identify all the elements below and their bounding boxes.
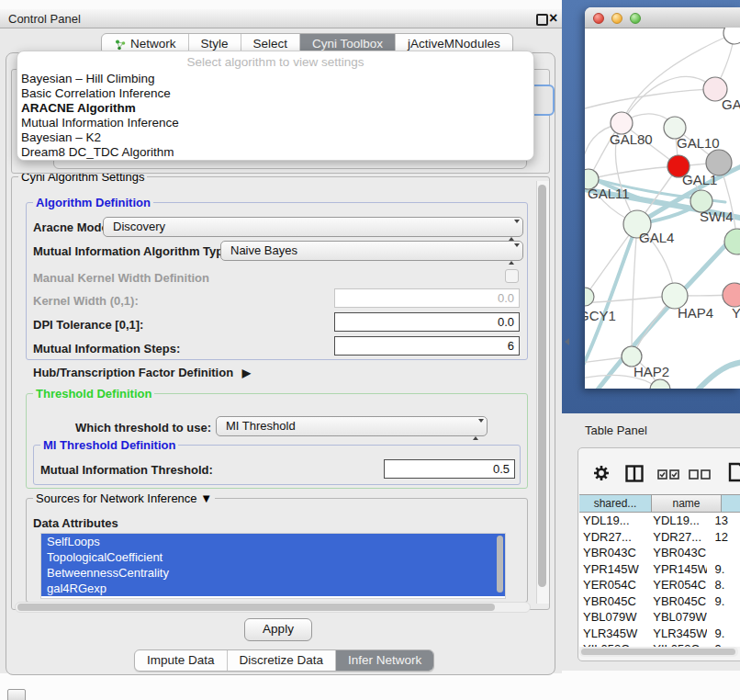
table-cell: 8. [707, 577, 740, 593]
aracne-mode-select[interactable]: Discovery [103, 217, 523, 237]
network-node-label: GCY1 [585, 308, 616, 323]
table-cell: YBR045C [644, 593, 706, 610]
splitter-collapse-icon[interactable] [565, 338, 569, 345]
table-cell: YBR045C [579, 593, 644, 610]
mi-threshold-label: Mutual Information Threshold: [40, 463, 213, 477]
which-threshold-select[interactable]: MI Threshold [216, 416, 488, 436]
algorithm-option[interactable]: Bayesian – K2 [17, 130, 533, 145]
popup-placeholder: Select algorithm to view settings [17, 51, 533, 72]
manual-kernel-label: Manual Kernel Width Definition [33, 271, 209, 285]
manual-kernel-checkbox[interactable] [505, 269, 519, 283]
attribute-item-selected[interactable]: SelfLoops [41, 534, 505, 549]
minimize-traffic-light[interactable] [611, 13, 622, 24]
algorithm-option-selected[interactable]: ARACNE Algorithm [17, 101, 533, 116]
settings-horizontal-scrollbar-thumb[interactable] [17, 604, 495, 611]
expand-arrow-icon: ▶ [237, 367, 251, 379]
dpi-tolerance-field[interactable]: 0.0 [334, 312, 520, 332]
network-canvas[interactable]: GALGAL80GAL10GAL1GAL11SWI4GAL4GCY1HAP4YH… [585, 28, 740, 389]
control-panel-title: Control Panel [8, 12, 81, 26]
deselect-all-checkboxes-icon[interactable] [689, 469, 711, 480]
network-node[interactable] [723, 283, 740, 307]
settings-gear-icon[interactable] [592, 464, 611, 482]
table-cell: YDL19... [579, 513, 644, 529]
table-cell: YBL079W [579, 609, 644, 626]
table-cell: YBL079W [644, 609, 706, 626]
tab-infer-network[interactable]: Infer Network [336, 650, 433, 671]
table-cell: YLR345W [579, 626, 644, 642]
network-node-label: HAP2 [633, 364, 669, 379]
column-header-name[interactable]: name [652, 494, 722, 513]
spinner-icon [509, 245, 516, 264]
table-cell: YER054C [644, 577, 706, 593]
network-node[interactable] [650, 379, 670, 389]
hub-definition-expander[interactable]: Hub/Transcription Factor Definition ▶ [33, 366, 251, 379]
network-node-label: GAL11 [588, 186, 630, 201]
network-node-label: SWI4 [700, 209, 734, 224]
spinner-icon [509, 221, 516, 240]
select-all-checkboxes-icon[interactable] [657, 469, 679, 480]
aracne-mode-label: Aracne Mode: [33, 220, 112, 234]
table-cell: YDR27... [644, 529, 706, 546]
bottom-tab-bar: Impute Data Discretize Data Infer Networ… [134, 649, 434, 672]
network-node[interactable] [585, 288, 594, 306]
float-window-icon[interactable] [536, 14, 548, 26]
table-horizontal-scrollbar-thumb[interactable] [581, 649, 735, 655]
table-row[interactable]: YBR045CYBR045C9. [579, 593, 740, 610]
sources-group-title[interactable]: Sources for Network Inference ▼ [33, 491, 215, 505]
network-node[interactable] [723, 28, 740, 44]
network-edge [585, 89, 715, 108]
network-graph-icon [114, 39, 126, 51]
network-edge [585, 296, 675, 303]
mi-type-select[interactable]: Naive Bayes [220, 241, 523, 261]
close-icon[interactable]: × [549, 8, 557, 28]
list-scrollbar-thumb[interactable] [497, 536, 503, 593]
data-attributes-label: Data Attributes [33, 516, 118, 530]
network-window-titlebar[interactable] [585, 7, 740, 28]
network-edge [589, 166, 678, 179]
algorithm-dropdown-popup: Select algorithm to view settings Bayesi… [17, 51, 534, 161]
network-node-label: GAL4 [639, 230, 674, 245]
apply-button[interactable]: Apply [244, 618, 312, 641]
algorithm-option[interactable]: Bayesian – Hill Climbing [17, 72, 533, 86]
table-cell: YPR145W [644, 561, 706, 578]
document-icon[interactable] [728, 462, 740, 482]
table-cell: 9. [707, 561, 740, 578]
settings-vertical-scrollbar-thumb[interactable] [538, 185, 546, 587]
network-node-label: GAL [722, 96, 740, 112]
tab-impute-data[interactable]: Impute Data [135, 650, 228, 671]
data-attributes-list: SelfLoops TopologicalCoefficient Between… [40, 533, 506, 599]
table-row[interactable]: YLR345WYLR345W9. [579, 626, 740, 642]
close-traffic-light[interactable] [593, 13, 604, 24]
table-cell: 9. [707, 626, 740, 642]
split-columns-icon[interactable] [625, 465, 644, 482]
table-row[interactable]: YDL19...YDL19...13 [579, 513, 740, 529]
table-cell: YDL19... [644, 513, 706, 529]
table-row[interactable]: YER054CYER054C8. [579, 577, 740, 593]
tab-discretize-data[interactable]: Discretize Data [228, 650, 337, 671]
which-threshold-label: Which threshold to use: [75, 421, 211, 435]
table-row[interactable]: YDR27...YDR27...12 [579, 529, 740, 546]
minimized-panel-icon[interactable] [7, 689, 26, 700]
mi-steps-field[interactable]: 6 [334, 336, 520, 356]
group-title: MI Threshold Definition [40, 438, 178, 452]
kernel-width-label: Kernel Width (0,1): [33, 294, 139, 308]
algorithm-option[interactable]: Mutual Information Inference [17, 116, 533, 130]
algorithm-option[interactable]: Basic Correlation Inference [17, 86, 533, 101]
kernel-width-field[interactable]: 0.0 [334, 288, 520, 308]
table-row[interactable]: YBR043CYBR043C [579, 545, 740, 561]
column-header-shared-name[interactable]: shared... [579, 494, 652, 513]
table-row[interactable]: YBL079WYBL079W [579, 609, 740, 626]
attribute-item-selected[interactable]: TopologicalCoefficient [41, 549, 505, 565]
column-header-cut[interactable] [722, 494, 740, 513]
table-cell: YER054C [579, 577, 644, 593]
control-panel-titlebar: Control Panel [0, 9, 562, 28]
attribute-item-selected[interactable]: gal4RGexp [41, 581, 505, 596]
algorithm-option[interactable]: Dream8 DC_TDC Algorithm [17, 145, 533, 160]
mi-threshold-field[interactable]: 0.5 [384, 459, 515, 479]
screen: Control Panel × Network Style Select Cyn… [0, 0, 740, 700]
network-node[interactable] [724, 229, 740, 254]
attribute-item-selected[interactable]: BetweennessCentrality [41, 565, 505, 581]
zoom-traffic-light[interactable] [630, 13, 641, 24]
table-row[interactable]: YPR145WYPR145W9. [579, 561, 740, 578]
network-node-label: GAL1 [682, 172, 717, 187]
